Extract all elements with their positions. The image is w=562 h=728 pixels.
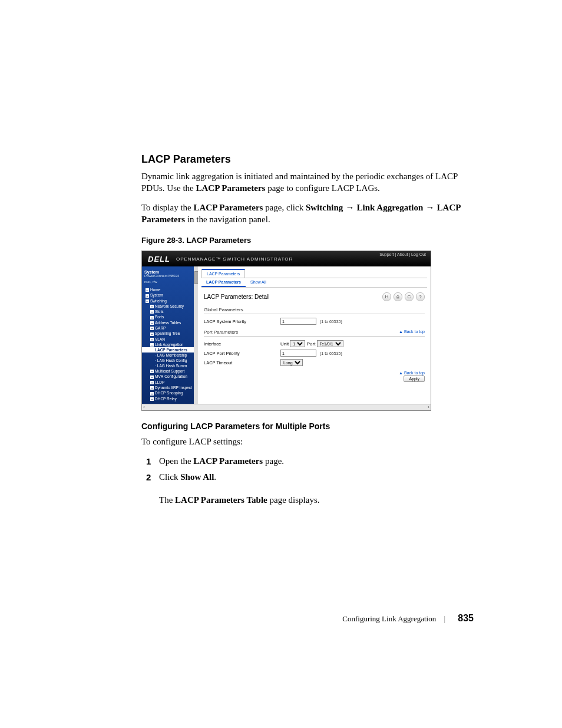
steps-list: Open the LACP Parameters page. Click Sho…	[141, 454, 474, 485]
expand-icon[interactable]: +	[150, 375, 154, 379]
nav-mvr[interactable]: +MVR Configuration	[142, 374, 198, 379]
nav-tree[interactable]: System PowerConnect M8024 root, r/w –Hom…	[142, 266, 198, 404]
help-icon[interactable]: ?	[416, 292, 425, 301]
group-global-parameters: Global Parameters	[204, 307, 425, 314]
nav-dhcps[interactable]: +DHCP Snooping	[142, 390, 198, 396]
expand-icon[interactable]: +	[150, 327, 154, 330]
row-system-priority: LACP System Priority (1 to 65535)	[204, 317, 425, 326]
tab-lacp-parameters[interactable]: LACP Parameters	[201, 269, 245, 278]
horizontal-scrollbar[interactable]	[142, 404, 431, 410]
nav-laghash[interactable]: ·LAG Hash Config	[142, 358, 198, 363]
nav-scrollbar[interactable]	[194, 266, 198, 404]
s2c-c: page displays.	[267, 495, 320, 505]
sub-heading: Configuring LACP Parameters for Multiple…	[141, 421, 474, 431]
expand-icon[interactable]: +	[150, 370, 154, 373]
nav-label: LAG Membership	[157, 353, 187, 357]
nav-label: Ports	[155, 315, 164, 319]
expand-icon[interactable]: +	[150, 332, 154, 336]
nav-vlan[interactable]: +VLAN	[142, 337, 198, 342]
nav-label: Spanning Tree	[155, 331, 180, 335]
group-label: Port Parameters	[204, 330, 238, 335]
nav-mcast[interactable]: +Multicast Support	[142, 368, 198, 374]
expand-icon[interactable]: +	[150, 397, 154, 401]
nav-lagmem[interactable]: ·LAG Membership	[142, 353, 198, 358]
subtab-lacp-parameters[interactable]: LACP Parameters	[201, 278, 246, 287]
expand-icon[interactable]: +	[150, 338, 154, 341]
nav-lldp[interactable]: +LLDP	[142, 380, 198, 385]
p2-c: page, click	[263, 203, 305, 212]
nav-system-label: System	[142, 269, 198, 274]
input-port-priority[interactable]	[280, 350, 316, 357]
s2c-a: The	[159, 495, 175, 505]
s1-c: page.	[263, 456, 284, 466]
paragraph-1: Dynamic link aggregation is initiated an…	[141, 170, 474, 195]
expand-icon[interactable]: +	[150, 381, 154, 384]
select-timeout[interactable]: Long	[280, 359, 303, 366]
nav-garp[interactable]: +GARP	[142, 325, 198, 331]
nav-addr[interactable]: +Address Tables	[142, 320, 198, 325]
nav-laghashsum[interactable]: ·LAG Hash Summ	[142, 363, 198, 368]
print-icon[interactable]: ⎙	[394, 292, 402, 301]
nav-label: Address Tables	[155, 321, 181, 325]
refresh-icon[interactable]: C	[405, 292, 414, 301]
expand-icon[interactable]: +	[150, 310, 154, 314]
nav-label: System	[150, 293, 163, 297]
paragraph-2: To display the LACP Parameters page, cli…	[141, 202, 474, 226]
section-heading: LACP Parameters	[141, 153, 474, 166]
nav-label: DHCP Relay	[155, 397, 177, 401]
nav-linkagg[interactable]: –Link Aggregation	[142, 342, 198, 347]
step-2-continuation: The LACP Parameters Table page displays.	[159, 493, 474, 507]
subtab-show-all[interactable]: Show All	[246, 278, 271, 287]
nav-label: VLAN	[155, 337, 165, 341]
select-unit[interactable]: 1	[290, 340, 305, 347]
nav-home[interactable]: –Home	[142, 287, 198, 292]
back-to-top-link[interactable]: ▲ Back to top	[399, 330, 425, 334]
p2-g: in the navigation panel.	[185, 215, 270, 224]
save-icon[interactable]: H	[382, 292, 391, 301]
expand-icon[interactable]: +	[150, 316, 154, 319]
nav-dhcpr[interactable]: +DHCP Relay	[142, 396, 198, 401]
nav-device: PowerConnect M8024	[142, 274, 198, 280]
footer-separator-icon: |	[444, 614, 445, 623]
nav-ports[interactable]: +Ports	[142, 314, 198, 319]
expand-icon[interactable]: +	[150, 392, 154, 396]
nav-label: Multicast Support	[155, 369, 184, 373]
apply-button[interactable]: Apply	[404, 375, 425, 382]
nav-netsec[interactable]: +Network Security	[142, 304, 198, 309]
label-port-priority: LACP Port Priority	[204, 351, 280, 356]
label-port: Port	[307, 341, 316, 347]
header-links[interactable]: Support | About | Log Out	[379, 252, 426, 256]
nav-switching[interactable]: –Switching	[142, 298, 198, 304]
nav-darp[interactable]: +Dynamic ARP Inspect	[142, 385, 198, 390]
nav-label: DHCP Snooping	[155, 391, 183, 395]
select-port[interactable]: Te1/0/1	[317, 340, 343, 347]
input-system-priority[interactable]	[280, 318, 316, 325]
content-panel: LACP Parameters LACP Parameters Show All…	[198, 266, 431, 404]
collapse-icon[interactable]: –	[146, 299, 149, 303]
label-timeout: LACP Timeout	[204, 360, 280, 365]
nav-stp[interactable]: +Spanning Tree	[142, 331, 198, 336]
step-1: Open the LACP Parameters page.	[159, 454, 474, 468]
nav-label: LACP Parameters	[155, 348, 187, 352]
back-to-top-link[interactable]: ▲ Back to top	[399, 371, 425, 375]
expand-icon[interactable]: +	[150, 321, 154, 325]
tree-dash-icon: ·	[155, 353, 156, 357]
nav-user: root, r/w	[142, 280, 198, 286]
nav-system[interactable]: +System	[142, 292, 198, 298]
s1-b: LACP Parameters	[193, 456, 263, 466]
intro-2: To configure LACP settings:	[141, 436, 474, 447]
label-unit: Unit	[280, 341, 289, 347]
hint-range: (1 to 65535)	[320, 319, 342, 324]
expand-icon[interactable]: +	[150, 386, 154, 390]
expand-icon[interactable]: +	[150, 305, 154, 308]
nav-slots[interactable]: +Slots	[142, 309, 198, 314]
row-port-priority: LACP Port Priority (1 to 65535)	[204, 348, 425, 358]
collapse-icon[interactable]: –	[150, 343, 154, 347]
nav-label: LAG Hash Config	[157, 358, 187, 363]
collapse-icon[interactable]: –	[146, 288, 149, 292]
p2-b: LACP Parameters	[194, 203, 263, 212]
p2-d: Switching	[306, 203, 343, 212]
nav-lacp[interactable]: LACP Parameters	[142, 347, 198, 353]
footer-section: Configuring Link Aggregation	[342, 614, 436, 623]
expand-icon[interactable]: +	[146, 294, 149, 298]
